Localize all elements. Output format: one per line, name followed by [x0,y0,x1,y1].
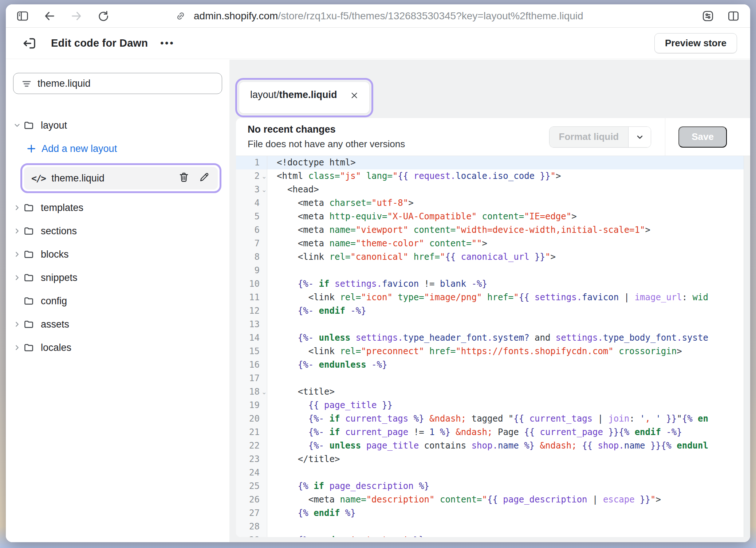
line-number[interactable]: 12 [236,304,267,318]
code-line[interactable]: 17 [236,372,750,385]
line-number[interactable]: 29 [236,533,267,537]
code-line[interactable]: 25 {% if page_description %} [236,480,750,493]
line-number[interactable]: 7 [236,237,267,250]
chevron-right-icon[interactable] [11,274,23,282]
code-line[interactable]: 11 <link rel="icon" type="image/png" hre… [236,291,750,304]
reload-icon[interactable] [96,9,111,23]
sidebar-item-templates[interactable]: templates [11,196,221,219]
sidebar-toggle-icon[interactable] [15,9,30,23]
chevron-right-icon[interactable] [11,320,23,328]
code-line[interactable]: 16 {%- endunless -%} [236,358,750,372]
preview-store-button[interactable]: Preview store [654,33,737,54]
code-line[interactable]: 3› <head> [236,183,750,196]
code-line[interactable]: 19 {{ page_title }} [236,399,750,412]
split-view-icon[interactable] [726,9,741,23]
code-line[interactable]: 7 <meta name="theme-color" content=""> [236,237,750,250]
sidebar-item-layout[interactable]: layout [11,114,221,137]
line-number[interactable]: 21 [236,426,267,439]
code-line[interactable]: 21 {%- if current_page != 1 %} &ndash; P… [236,426,750,439]
forward-icon[interactable] [69,9,84,23]
sidebar-item-theme-liquid[interactable]: </> theme.liquid [24,167,218,189]
code-line[interactable]: 23 </title> [236,453,750,466]
line-number[interactable]: 11 [236,291,267,304]
exit-icon[interactable] [21,35,37,51]
line-number[interactable]: 8 [236,250,267,264]
line-number[interactable]: 18› [236,385,267,399]
line-number[interactable]: 9 [236,264,267,277]
code-line[interactable]: 24 [236,466,750,480]
line-number[interactable]: 1 [236,156,267,169]
editor-scrollbar[interactable] [744,156,750,537]
sidebar-item-snippets[interactable]: snippets [11,266,221,289]
line-number[interactable]: 2› [236,169,267,183]
sidebar-item-locales[interactable]: locales [11,336,221,359]
fold-chevron-icon[interactable]: › [258,173,271,179]
line-number[interactable]: 27 [236,506,267,520]
filter-icon [21,78,32,91]
code-line[interactable]: 18› <title> [236,385,750,399]
code-line[interactable]: 12 {%- endif -%} [236,304,750,318]
code-line[interactable]: 4 <meta charset="utf-8"> [236,196,750,210]
delete-file-icon[interactable] [178,172,189,185]
line-number[interactable]: 25 [236,480,267,493]
fold-chevron-icon[interactable]: › [258,389,271,395]
code-line[interactable]: 14 {%- unless settings.type_header_font.… [236,331,750,345]
browser-settings-icon[interactable] [701,9,715,23]
line-number[interactable]: 5 [236,210,267,223]
code-line[interactable]: 6 <meta name="viewport" content="width=d… [236,223,750,237]
save-button[interactable]: Save [678,126,727,148]
code-line[interactable]: 2›<html class="js" lang="{{ request.loca… [236,169,750,183]
code-line[interactable]: 8 <link rel="canonical" href="{{ canonic… [236,250,750,264]
line-number[interactable]: 24 [236,466,267,480]
line-number[interactable]: 10 [236,277,267,291]
add-new-layout-link[interactable]: Add a new layout [26,137,221,160]
back-icon[interactable] [42,9,57,23]
code-line[interactable]: 22 {%- unless page_title contains shop.n… [236,439,750,453]
chevron-right-icon[interactable] [11,227,23,235]
line-number[interactable]: 3› [236,183,267,196]
line-number[interactable]: 26 [236,493,267,506]
code-line[interactable]: 5 <meta http-equiv="X-UA-Compatible" con… [236,210,750,223]
line-number[interactable]: 28 [236,520,267,533]
line-number[interactable]: 6 [236,223,267,237]
chevron-right-icon[interactable] [11,250,23,258]
code-line[interactable]: 1<!doctype html> [236,156,750,169]
close-tab-icon[interactable] [350,91,359,102]
sidebar-item-blocks[interactable]: blocks [11,243,221,266]
code-line[interactable]: 27 {% endif %} [236,506,750,520]
code-line[interactable]: 13 [236,318,750,331]
line-number[interactable]: 16 [236,358,267,372]
code-line[interactable]: 29 {% render 'meta-tags' %} [236,533,750,537]
line-number[interactable]: 19 [236,399,267,412]
search-input[interactable] [13,73,222,94]
format-liquid-button[interactable]: Format liquid [549,126,651,148]
tab-layout-theme-liquid[interactable]: layout/theme.liquid [239,82,369,113]
code-line[interactable]: 10 {%- if settings.favicon != blank -%} [236,277,750,291]
code-editor[interactable]: 1<!doctype html>2›<html class="js" lang=… [236,156,750,537]
line-number[interactable]: 17 [236,372,267,385]
code-line[interactable]: 20 {%- if current_tags %} &ndash; tagged… [236,412,750,426]
fold-chevron-icon[interactable]: › [258,187,271,193]
address-bar[interactable]: admin.shopify.com/store/rzq1xu-f5/themes… [173,4,583,27]
line-number[interactable]: 13 [236,318,267,331]
sidebar-item-assets[interactable]: assets [11,313,221,336]
sidebar-item-config[interactable]: config [11,289,221,313]
chevron-right-icon[interactable] [11,344,23,352]
code-line[interactable]: 9 [236,264,750,277]
more-menu-icon[interactable]: ••• [160,38,174,49]
line-number[interactable]: 4 [236,196,267,210]
line-number[interactable]: 22 [236,439,267,453]
rename-file-icon[interactable] [199,172,210,185]
line-number[interactable]: 23 [236,453,267,466]
code-line[interactable]: 28 [236,520,750,533]
line-number[interactable]: 15 [236,345,267,358]
sidebar-item-sections[interactable]: sections [11,219,221,243]
format-dropdown-arrow[interactable] [628,127,651,147]
code-line[interactable]: 15 <link rel="preconnect" href="https://… [236,345,750,358]
line-number[interactable]: 14 [236,331,267,345]
line-number[interactable]: 20 [236,412,267,426]
format-liquid-label[interactable]: Format liquid [550,127,629,147]
chevron-right-icon[interactable] [11,204,23,212]
chevron-down-icon[interactable] [11,121,23,129]
code-line[interactable]: 26 <meta name="description" content="{{ … [236,493,750,506]
